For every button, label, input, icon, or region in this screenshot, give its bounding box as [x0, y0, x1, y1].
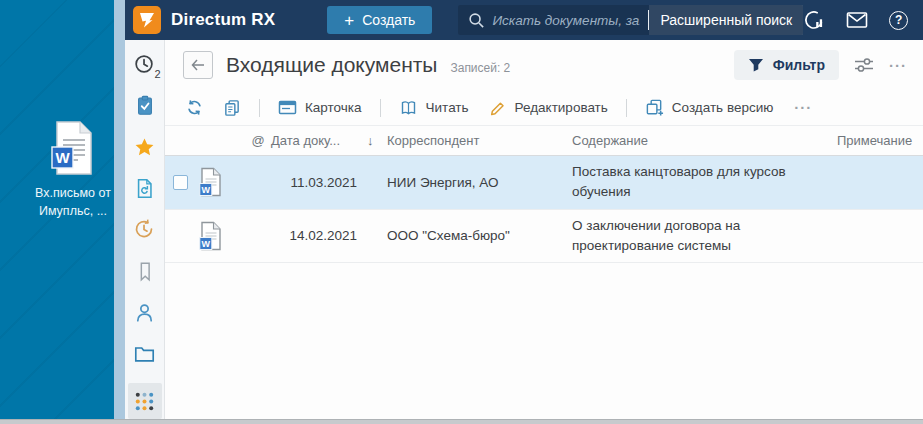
global-search: Расширенный поиск	[458, 5, 803, 35]
create-version-button[interactable]: Создать версию	[638, 94, 781, 121]
cell-date: 14.02.2021	[289, 228, 367, 243]
toolbar-separator	[626, 99, 627, 117]
create-button[interactable]: + Создать	[327, 6, 432, 34]
app-body: 2	[125, 40, 923, 419]
column-header-email[interactable]: @	[245, 133, 271, 148]
table-header: @ Дата доку... ↓ Корреспондент Содержани…	[165, 126, 923, 156]
sidebar-item-apps[interactable]	[128, 383, 162, 419]
read-button[interactable]: Читать	[392, 95, 476, 121]
header-icons: ?	[803, 5, 923, 35]
table-row[interactable]: W 11.03.2021 НИИ Энергия, АО Поставка ка…	[165, 156, 923, 210]
column-header-correspondent[interactable]: Корреспондент	[387, 133, 572, 148]
card-icon	[278, 99, 297, 116]
sidebar-item-contacts[interactable]	[128, 301, 162, 325]
search-icon	[468, 12, 485, 29]
card-button[interactable]: Карточка	[271, 95, 369, 120]
desktop-file-label: Вх.письмо от Имупльс, ...	[28, 185, 118, 220]
apps-grid-icon	[133, 390, 156, 413]
app-header: Directum RX + Создать Расширенный поиск	[125, 0, 923, 40]
desktop-file-icon[interactable]: W Вх.письмо от Имупльс, ...	[28, 120, 118, 220]
filter-funnel-icon	[748, 58, 764, 73]
toolbar-separator	[380, 99, 381, 117]
cell-correspondent: ООО "Схема-бюро"	[387, 228, 572, 243]
sidebar-item-bookmarks[interactable]	[128, 259, 162, 283]
window-bottom-edge	[0, 419, 923, 424]
cell-content: О заключении договора на проектирование …	[572, 210, 822, 263]
view-settings-icon[interactable]	[852, 55, 876, 75]
word-document-icon: W	[50, 120, 96, 176]
sidebar-item-recent[interactable]: 2	[128, 52, 162, 76]
page-title: Входящие документы	[226, 53, 437, 77]
person-icon	[133, 301, 156, 324]
mail-icon[interactable]	[846, 11, 868, 29]
desktop-window-edge	[114, 0, 125, 419]
toolbar-separator	[259, 99, 260, 117]
main-content: Входящие документы Записей: 2 Фильтр	[165, 40, 923, 419]
pencil-icon	[489, 99, 507, 117]
column-header-note[interactable]: Примечание	[837, 133, 912, 148]
search-input[interactable]	[492, 13, 640, 28]
recent-count-badge: 2	[154, 68, 160, 80]
history-clock-icon	[133, 218, 156, 241]
svg-text:W: W	[202, 238, 211, 248]
page-more-button[interactable]: ···	[889, 58, 907, 73]
navigation-rail: 2	[125, 40, 165, 419]
svg-text:W: W	[202, 185, 211, 195]
back-button[interactable]	[183, 51, 213, 79]
sidebar-item-recent-documents[interactable]	[128, 176, 162, 200]
table-row[interactable]: W 14.02.2021 ООО "Схема-бюро" О заключен…	[165, 210, 923, 264]
cell-content: Поставка канцтоваров для курсов обучения	[572, 156, 822, 209]
cell-date: 11.03.2021	[290, 175, 367, 190]
empty-list-area	[165, 263, 923, 419]
plus-icon: +	[344, 12, 354, 29]
cell-correspondent: НИИ Энергия, АО	[387, 175, 572, 190]
sidebar-item-favorites[interactable]	[128, 135, 162, 159]
records-count: Записей: 2	[450, 61, 510, 75]
page-header: Входящие документы Записей: 2 Фильтр	[165, 40, 923, 90]
help-icon[interactable]: ?	[889, 11, 908, 30]
app-title: Directum RX	[171, 10, 275, 30]
advanced-search-button[interactable]: Расширенный поиск	[649, 5, 803, 35]
column-header-content[interactable]: Содержание	[572, 133, 837, 148]
refresh-button[interactable]	[179, 95, 210, 120]
star-icon	[133, 136, 156, 159]
edit-button[interactable]: Редактировать	[482, 95, 615, 121]
folder-icon	[133, 343, 156, 365]
book-icon	[399, 99, 418, 117]
performance-stats-icon[interactable]	[803, 9, 825, 31]
svg-text:W: W	[55, 149, 70, 166]
bookmark-icon	[134, 260, 156, 283]
word-document-icon: W	[199, 221, 245, 251]
copy-button[interactable]	[216, 95, 248, 121]
sidebar-item-history[interactable]	[128, 218, 162, 242]
document-refresh-icon	[134, 177, 156, 200]
create-version-icon	[645, 98, 664, 117]
column-header-date[interactable]: Дата доку...	[271, 133, 367, 148]
filter-button[interactable]: Фильтр	[734, 50, 839, 80]
sidebar-item-folders[interactable]	[128, 342, 162, 366]
directum-logo-icon	[133, 6, 161, 34]
row-checkbox[interactable]	[173, 175, 188, 190]
clock-icon	[133, 53, 156, 76]
sort-descending-icon[interactable]: ↓	[367, 133, 387, 148]
word-document-icon: W	[199, 167, 245, 197]
directum-app-window: Directum RX + Создать Расширенный поиск	[125, 0, 923, 419]
toolbar-more-button[interactable]: ···	[794, 100, 812, 115]
tasks-clipboard-icon	[134, 94, 156, 117]
sidebar-item-tasks[interactable]	[128, 93, 162, 117]
list-toolbar: Карточка Читать	[165, 90, 923, 126]
search-field[interactable]	[458, 12, 648, 29]
